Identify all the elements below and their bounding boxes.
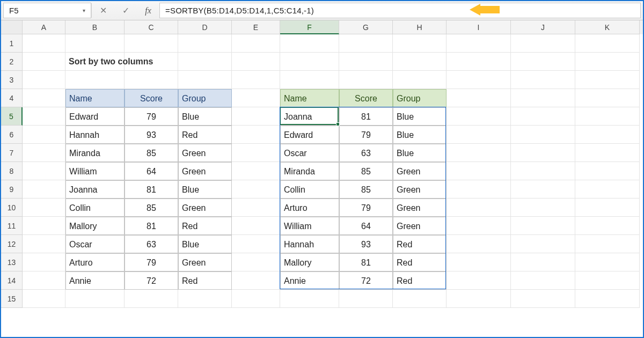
table-cell[interactable]: Blue xyxy=(178,180,232,199)
cell-A15[interactable] xyxy=(23,290,65,308)
table-cell[interactable]: 64 xyxy=(125,162,178,180)
cell-I7[interactable] xyxy=(447,144,511,162)
cell-E5[interactable] xyxy=(232,107,280,126)
cell-K10[interactable] xyxy=(575,199,640,217)
cell-A12[interactable] xyxy=(23,235,65,253)
cell-I11[interactable] xyxy=(447,217,511,235)
cell-D3[interactable] xyxy=(178,71,232,89)
table-cell[interactable]: Red xyxy=(393,253,447,271)
cell-K9[interactable] xyxy=(575,180,640,199)
cell-F1[interactable] xyxy=(280,34,339,53)
cell-J7[interactable] xyxy=(511,144,575,162)
cell-G2[interactable] xyxy=(339,53,393,71)
table-cell[interactable]: Annie xyxy=(65,271,125,290)
table-cell[interactable]: Red xyxy=(178,271,232,290)
cell-E12[interactable] xyxy=(232,235,280,253)
table-cell[interactable]: Mallory xyxy=(65,217,125,235)
table-cell[interactable]: Blue xyxy=(393,126,447,144)
cell-K7[interactable] xyxy=(575,144,640,162)
table-cell[interactable]: 81 xyxy=(125,180,178,199)
table-cell[interactable]: 64 xyxy=(339,217,393,235)
insert-function-button[interactable]: fx xyxy=(137,1,159,20)
table-cell[interactable]: Blue xyxy=(178,235,232,253)
table-cell[interactable]: Blue xyxy=(178,107,232,126)
name-box-caret-icon[interactable]: ▾ xyxy=(83,8,85,13)
cell-E1[interactable] xyxy=(232,34,280,53)
cell-J12[interactable] xyxy=(511,235,575,253)
table-cell[interactable]: Edward xyxy=(65,107,125,126)
cell-J2[interactable] xyxy=(511,53,575,71)
cell-I9[interactable] xyxy=(447,180,511,199)
cell-A5[interactable] xyxy=(23,107,65,126)
cell-E6[interactable] xyxy=(232,126,280,144)
table-cell[interactable]: 72 xyxy=(125,271,178,290)
table-cell[interactable]: Red xyxy=(393,271,447,290)
cell-J9[interactable] xyxy=(511,180,575,199)
cell-I5[interactable] xyxy=(447,107,511,126)
table-cell[interactable]: 79 xyxy=(125,253,178,271)
cell-I8[interactable] xyxy=(447,162,511,180)
cell-E4[interactable] xyxy=(232,89,280,107)
cell-J13[interactable] xyxy=(511,253,575,271)
table-cell[interactable]: Joanna xyxy=(280,107,339,126)
row-header-2[interactable]: 2 xyxy=(1,53,23,71)
name-box[interactable]: F5 ▾ xyxy=(3,3,91,18)
table-cell[interactable]: 63 xyxy=(125,235,178,253)
cell-K12[interactable] xyxy=(575,235,640,253)
table-cell[interactable]: Red xyxy=(393,235,447,253)
cell-J10[interactable] xyxy=(511,199,575,217)
cell-H1[interactable] xyxy=(393,34,447,53)
row-header-10[interactable]: 10 xyxy=(1,199,23,217)
cell-J3[interactable] xyxy=(511,71,575,89)
cell-G1[interactable] xyxy=(339,34,393,53)
table-cell[interactable]: Miranda xyxy=(65,144,125,162)
cell-A14[interactable] xyxy=(23,271,65,290)
row-header-4[interactable]: 4 xyxy=(1,89,23,107)
cell-I6[interactable] xyxy=(447,126,511,144)
cell-C2[interactable] xyxy=(125,53,178,71)
cell-E2[interactable] xyxy=(232,53,280,71)
table-cell[interactable]: Hannah xyxy=(65,126,125,144)
row-header-7[interactable]: 7 xyxy=(1,144,23,162)
table-cell[interactable]: Green xyxy=(178,162,232,180)
row-header-14[interactable]: 14 xyxy=(1,271,23,290)
row-header-3[interactable]: 3 xyxy=(1,71,23,89)
cell-I15[interactable] xyxy=(447,290,511,308)
cell-B3[interactable] xyxy=(65,71,125,89)
row-header-6[interactable]: 6 xyxy=(1,126,23,144)
cell-E8[interactable] xyxy=(232,162,280,180)
table-cell[interactable]: 85 xyxy=(339,180,393,199)
cell-J6[interactable] xyxy=(511,126,575,144)
cell-K2[interactable] xyxy=(575,53,640,71)
table-header[interactable]: Group xyxy=(393,89,447,107)
cell-E9[interactable] xyxy=(232,180,280,199)
spreadsheet-grid[interactable]: ABCDEFGHIJK 12Sort by two columns34NameS… xyxy=(1,20,643,308)
table-cell[interactable]: 79 xyxy=(339,126,393,144)
row-header-1[interactable]: 1 xyxy=(1,34,23,53)
cell-F2[interactable] xyxy=(280,53,339,71)
table-cell[interactable]: Green xyxy=(393,180,447,199)
row-header-5[interactable]: 5 xyxy=(1,107,23,126)
cell-I2[interactable] xyxy=(447,53,511,71)
table-cell[interactable]: Green xyxy=(393,199,447,217)
cell-G15[interactable] xyxy=(339,290,393,308)
cell-I13[interactable] xyxy=(447,253,511,271)
table-header[interactable]: Name xyxy=(280,89,339,107)
cell-I12[interactable] xyxy=(447,235,511,253)
cell-F3[interactable] xyxy=(280,71,339,89)
cell-H2[interactable] xyxy=(393,53,447,71)
cell-K13[interactable] xyxy=(575,253,640,271)
table-cell[interactable]: Green xyxy=(393,162,447,180)
cell-E10[interactable] xyxy=(232,199,280,217)
table-cell[interactable]: 85 xyxy=(125,144,178,162)
row-header-13[interactable]: 13 xyxy=(1,253,23,271)
column-header-K[interactable]: K xyxy=(575,20,640,34)
table-cell[interactable]: Red xyxy=(178,217,232,235)
cell-E7[interactable] xyxy=(232,144,280,162)
cell-H15[interactable] xyxy=(393,290,447,308)
row-header-11[interactable]: 11 xyxy=(1,217,23,235)
column-header-F[interactable]: F xyxy=(280,20,339,34)
table-cell[interactable]: Green xyxy=(178,253,232,271)
cell-C15[interactable] xyxy=(125,290,178,308)
cell-F15[interactable] xyxy=(280,290,339,308)
